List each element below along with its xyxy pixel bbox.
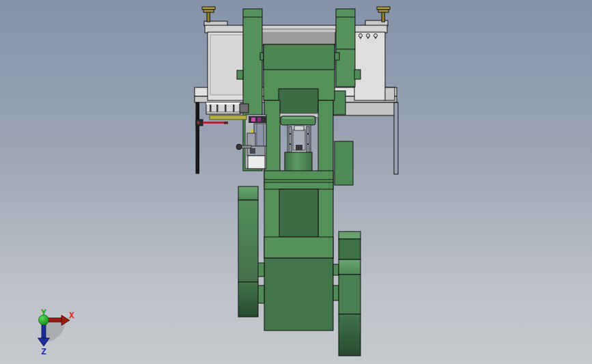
left-screw	[202, 7, 215, 22]
left-support-leg	[196, 102, 199, 173]
body-bottom-block	[264, 258, 333, 331]
magenta-connector-1	[251, 117, 255, 122]
upper-dark-panel	[279, 89, 318, 114]
white-box	[248, 156, 265, 169]
right-wheel	[339, 232, 361, 356]
left-tool-assembly	[245, 115, 266, 169]
cad-viewport[interactable]: Y X Z	[0, 0, 592, 364]
inner-dark-panel	[279, 189, 318, 237]
orientation-triad: Y X Z	[38, 307, 75, 356]
yellow-strip	[210, 115, 246, 120]
left-shelf	[206, 102, 249, 114]
model-svg: Y X Z	[0, 0, 592, 364]
right-side-panel	[354, 32, 385, 100]
right-screw	[377, 7, 390, 22]
shelf-dark-box	[240, 104, 249, 113]
axis-z-label: Z	[41, 346, 46, 356]
actuator-cylinder	[285, 152, 312, 172]
actuator-slide	[287, 125, 311, 156]
yellow-indicator	[251, 130, 253, 132]
magenta-connector-2	[257, 117, 261, 122]
origin-sphere	[39, 315, 49, 325]
axis-x-label: X	[69, 310, 74, 320]
red-rod	[196, 120, 228, 126]
right-support-leg	[394, 102, 398, 174]
left-wheel	[238, 186, 258, 317]
machine-model	[195, 7, 398, 356]
central-actuator	[281, 116, 315, 172]
